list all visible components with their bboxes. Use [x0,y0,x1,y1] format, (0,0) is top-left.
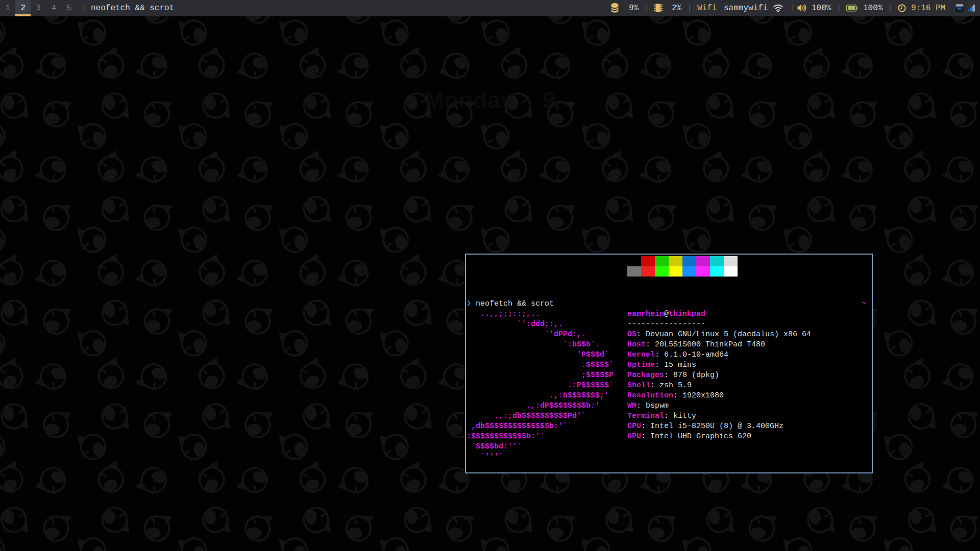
svg-text:Monday: Monday [425,87,513,113]
